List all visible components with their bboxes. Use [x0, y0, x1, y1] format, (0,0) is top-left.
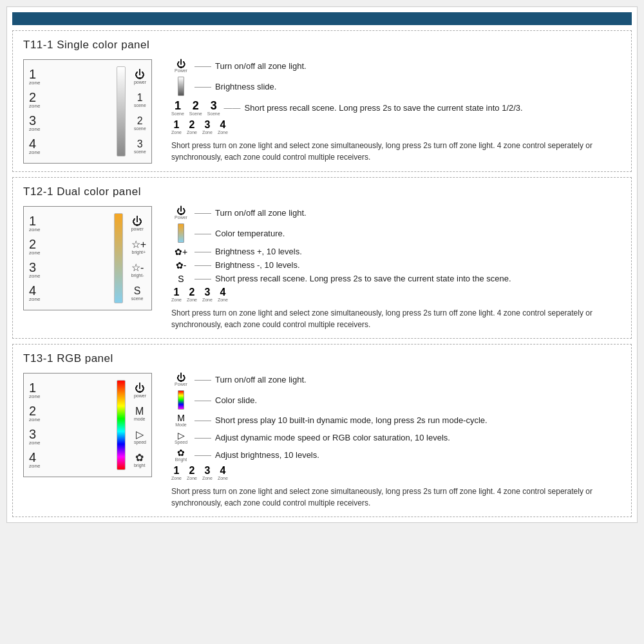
panel-control-item: ▷speed: [134, 430, 146, 444]
panel-zones: 1zone2zone3zone4zone: [29, 213, 106, 303]
zone-row-sub: Zone: [171, 130, 182, 135]
desc-line: ——: [194, 415, 211, 425]
panel-zones: 1zone2zone3zone4zone: [29, 380, 108, 470]
desc-line: ——: [194, 260, 211, 270]
panel-zone-item: 1zone: [29, 68, 108, 86]
desc-para: Short press turn on zone light and selec…: [171, 140, 621, 163]
desc-zone-row: 1Zone2Zone3Zone4Zone: [171, 120, 621, 135]
panel-control-sublabel: mode: [134, 417, 146, 421]
desc-icon-symbol: ✿+: [175, 247, 187, 256]
panel-zone-label: zone: [29, 394, 40, 399]
desc-line: ——: [194, 274, 211, 283]
desc-line: ——: [224, 103, 241, 113]
section-T13-1: T13-1 RGB panel1zone2zone3zone4zone⏻powe…: [12, 344, 632, 517]
zone-row-item: 1Zone: [171, 120, 182, 135]
zone-row-sub: Zone: [218, 298, 228, 302]
desc-zone-row: 1Zone2Zone3Zone4Zone: [171, 466, 621, 480]
zone-row-item: 1Zone: [171, 466, 182, 480]
panel-control-item: Mmode: [134, 406, 146, 421]
scene-num: 1: [175, 100, 181, 111]
panel-control-symbol: 1: [137, 93, 143, 103]
desc-slider-icon-wrap: [171, 223, 191, 243]
desc-icon-row: ▷Speed——Adjust dynamic mode speed or RGB…: [171, 431, 621, 444]
desc-icon-wrap: ✿+: [171, 247, 191, 256]
zone-row-item: 4Zone: [218, 287, 228, 302]
zone-row-sub: Zone: [202, 130, 213, 135]
desc-text: Turn on/off all zone light.: [215, 375, 307, 384]
panel-zone-num: 4: [29, 137, 36, 150]
panel-control-symbol: 2: [137, 116, 143, 126]
desc-text: Short press play 10 built-in dynamic mod…: [215, 415, 488, 425]
desc-slider-icon-wrap: [171, 390, 191, 410]
panel-zone-num: 1: [29, 214, 36, 227]
panel-control-symbol: ⏻: [135, 383, 145, 393]
panel-control-item: ⏻power: [134, 383, 146, 398]
panel-control-item: 2scene: [134, 116, 146, 131]
desc-area: ⏻Power——Turn on/off all zone light.——Col…: [171, 206, 621, 330]
zone-row-num: 4: [220, 466, 225, 476]
desc-icon-row: ✿Bright——Adjust brightness, 10 levels.: [171, 448, 621, 462]
slider-visual: [117, 66, 126, 156]
desc-icon-symbol: M: [177, 413, 185, 422]
desc-icon-symbol: ⏻: [176, 206, 185, 215]
desc-icon-wrap: ⏻Power: [171, 373, 191, 386]
panel-zone-label: zone: [29, 251, 40, 256]
zone-row-sub: Zone: [187, 130, 197, 135]
desc-icon-symbol: ▷: [178, 431, 185, 440]
zone-row-item: 2Zone: [187, 466, 197, 480]
desc-line: ——: [194, 229, 211, 238]
desc-icon-wrap: S: [171, 274, 191, 283]
desc-line: ——: [194, 61, 211, 71]
slider-col: [109, 213, 128, 303]
panel-zone-label: zone: [29, 417, 40, 422]
desc-line: ——: [194, 395, 211, 405]
desc-line: ——: [194, 375, 211, 384]
desc-icon-symbol: ⏻: [176, 373, 185, 382]
panel-control-item: ⏻power: [131, 216, 144, 231]
panel-controls: ⏻power1scene2scene3scene: [134, 66, 146, 156]
zone-row-num: 1: [174, 466, 180, 476]
panel-zone-item: 4zone: [29, 284, 106, 302]
panel-zone-num: 1: [29, 68, 36, 80]
zone-row-sub: Zone: [187, 298, 197, 302]
panel-control-symbol: ☆-: [131, 263, 144, 273]
desc-area: ⏻Power——Turn on/off all zone light.——Col…: [171, 373, 621, 509]
zone-row-sub: Zone: [171, 298, 182, 302]
panel-zone-num: 4: [29, 284, 36, 297]
panel-zone-num: 3: [29, 114, 36, 127]
zone-row-num: 2: [189, 287, 195, 298]
zone-row-num: 1: [174, 120, 180, 130]
section-title: T13-1 RGB panel: [23, 352, 621, 365]
panel-zone-item: 2zone: [29, 238, 106, 256]
panel-control-sublabel: bright: [134, 463, 146, 468]
desc-icon-row: ✿+——Brightness +, 10 levels.: [171, 247, 621, 256]
desc-line: ——: [194, 208, 211, 218]
zone-row-num: 3: [204, 287, 210, 298]
zone-row-num: 4: [220, 120, 225, 130]
panel-zone-num: 2: [29, 404, 36, 417]
desc-icon-label: Bright: [175, 457, 187, 462]
desc-icon-wrap: ▷Speed: [171, 431, 191, 444]
zone-row-item: 3Zone: [202, 287, 213, 302]
desc-icon-row: ⏻Power——Turn on/off all zone light.: [171, 206, 621, 220]
zone-row-num: 3: [204, 466, 210, 476]
zone-row-num: 2: [189, 120, 195, 130]
panel-zone-label: zone: [29, 297, 40, 302]
panel-control-symbol: S: [134, 286, 141, 296]
desc-icon-symbol: ⏻: [176, 59, 185, 68]
desc-slider-icon-wrap: [171, 77, 191, 96]
scene-sub-label: Scene: [171, 111, 184, 116]
scene-item: 2Scene: [189, 100, 202, 116]
panel-control-sublabel: scene: [134, 126, 146, 131]
section-body: 1zone2zone3zone4zone⏻power☆+bright+☆-bri…: [23, 206, 621, 330]
scene-sub-label: Scene: [189, 111, 202, 116]
desc-icon-wrap: ✿Bright: [171, 448, 191, 462]
panel-control-sublabel: power: [134, 393, 146, 398]
panel-zone-label: zone: [29, 150, 40, 155]
page: T11-1 Single color panel1zone2zone3zone4…: [6, 6, 638, 523]
header: [12, 12, 632, 25]
desc-slider-row: ——Color temperature.: [171, 223, 621, 243]
zone-row-item: 3Zone: [202, 120, 213, 135]
panel-controls: ⏻power☆+bright+☆-bright-Sscene: [131, 213, 146, 303]
desc-icon-wrap: ✿-: [171, 261, 191, 270]
